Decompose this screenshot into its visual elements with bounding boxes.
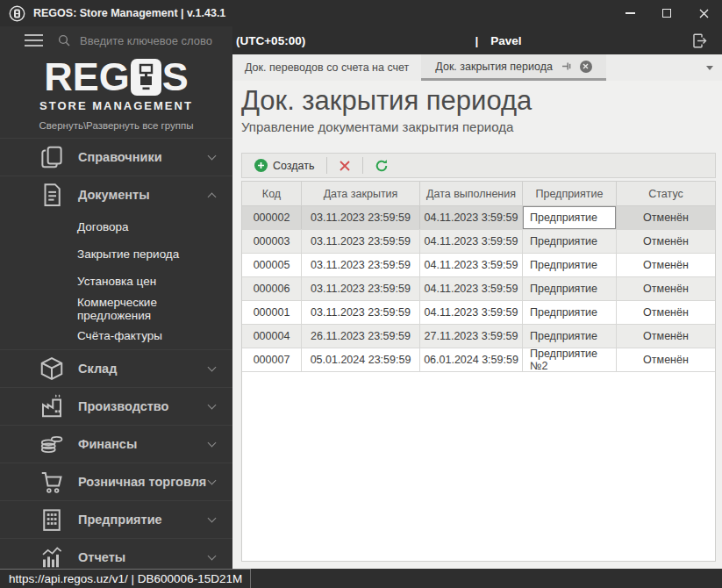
cell-status[interactable]: Отменён — [617, 230, 715, 253]
cell-status[interactable]: Отменён — [617, 277, 715, 300]
chevron-down-icon — [208, 477, 217, 485]
cell-status[interactable]: Отменён — [617, 254, 715, 276]
delete-button[interactable] — [331, 155, 359, 176]
cell-code[interactable]: 000003 — [242, 230, 302, 253]
cell-exec-date[interactable]: 06.01.2024 3:59:59 — [420, 348, 523, 371]
sidebar-item-spravochniki[interactable]: Справочники — [0, 138, 232, 176]
create-button[interactable]: Создать — [247, 155, 323, 176]
sidebar-item-otchety[interactable]: Отчеты — [0, 538, 232, 569]
regos-logo: REG S — [0, 56, 232, 98]
cell-code[interactable]: 000005 — [242, 254, 302, 276]
refresh-button[interactable] — [367, 155, 397, 176]
tab-list-dropdown[interactable] — [706, 66, 713, 70]
plus-icon — [254, 159, 268, 172]
user-name: Pavel — [490, 34, 521, 47]
cell-close-date[interactable]: 03.11.2023 23:59:59 — [302, 301, 420, 324]
search-icon — [57, 33, 71, 47]
cell-exec-date[interactable]: 27.11.2023 3:59:59 — [420, 325, 523, 348]
cell-exec-date[interactable]: 04.11.2023 3:59:59 — [420, 277, 523, 300]
cell-exec-date[interactable]: 04.11.2023 3:59:59 — [420, 301, 523, 324]
table-row[interactable]: 000001 03.11.2023 23:59:59 04.11.2023 3:… — [242, 301, 715, 325]
sidebar: REG S STORE MANAGEMENT Свернуть\Разверну… — [0, 26, 232, 569]
tab-period-closing[interactable]: Док. закрытия периода — [421, 54, 606, 81]
user-group: | Pavel — [475, 34, 522, 47]
cell-close-date[interactable]: 03.11.2023 23:59:59 — [302, 254, 420, 276]
cell-code[interactable]: 000006 — [242, 277, 302, 300]
window-title: REGOS: Store Management | v.1.43.1 — [33, 7, 225, 19]
sidebar-menu: Справочники Документы Договора Закрытие … — [0, 138, 232, 569]
content-area: (UTC+05:00) | Pavel Док. переводов со сч… — [232, 26, 722, 569]
cell-close-date[interactable]: 03.11.2023 23:59:59 — [302, 206, 420, 229]
column-header-close-date[interactable]: Дата закрытия — [302, 182, 420, 205]
chevron-down-icon — [208, 439, 217, 448]
pin-icon[interactable] — [561, 61, 572, 72]
cell-enterprise[interactable]: Предприятие — [523, 325, 617, 348]
table-body: 000002 03.11.2023 23:59:59 04.11.2023 3:… — [242, 206, 715, 372]
reports-chart-icon — [39, 544, 65, 569]
table-row[interactable]: 000005 03.11.2023 23:59:59 04.11.2023 3:… — [242, 254, 715, 277]
collapse-expand-groups-link[interactable]: Свернуть\Развернуть все группы — [0, 120, 232, 131]
sidebar-item-roznichnaya-torgovlya[interactable]: Розничная торговля — [0, 463, 232, 500]
cell-exec-date[interactable]: 04.11.2023 3:59:59 — [420, 230, 523, 253]
cell-enterprise[interactable]: Предприятие — [523, 254, 617, 276]
table-row[interactable]: 000006 03.11.2023 23:59:59 04.11.2023 3:… — [242, 277, 715, 301]
sidebar-item-ustanovka-cen[interactable]: Установка цен — [0, 268, 232, 295]
page: Док. закрытия периода Управление докумен… — [232, 81, 722, 569]
cell-enterprise[interactable]: Предприятие №2 — [523, 348, 617, 371]
table-row[interactable]: 000003 03.11.2023 23:59:59 04.11.2023 3:… — [242, 230, 715, 254]
cell-enterprise[interactable]: Предприятие — [523, 230, 617, 253]
cell-close-date[interactable]: 03.11.2023 23:59:59 — [302, 277, 420, 300]
search-input[interactable] — [80, 34, 225, 47]
logout-button[interactable] — [691, 32, 708, 49]
close-button[interactable] — [685, 0, 722, 26]
cell-code[interactable]: 000002 — [242, 206, 302, 229]
topbar: (UTC+05:00) | Pavel — [232, 26, 722, 54]
tab-close-button[interactable] — [580, 61, 592, 73]
cell-code[interactable]: 000004 — [242, 325, 302, 348]
sidebar-item-dogovora[interactable]: Договора — [0, 213, 232, 240]
catalogs-icon — [39, 144, 65, 170]
close-icon — [699, 9, 709, 18]
cell-close-date[interactable]: 26.11.2023 23:59:59 — [302, 325, 420, 348]
user-separator: | — [475, 34, 479, 47]
table-row[interactable]: 000002 03.11.2023 23:59:59 04.11.2023 3:… — [242, 206, 715, 230]
cell-enterprise[interactable]: Предприятие — [523, 277, 617, 300]
sidebar-item-dokumenty[interactable]: Документы — [0, 176, 232, 213]
cell-close-date[interactable]: 03.11.2023 23:59:59 — [302, 230, 420, 253]
cell-code[interactable]: 000001 — [242, 301, 302, 324]
column-header-code[interactable]: Код — [242, 182, 302, 205]
sidebar-item-proizvodstvo[interactable]: Производство — [0, 387, 232, 425]
building-icon — [39, 506, 65, 533]
tab-transfers[interactable]: Док. переводов со счета на счет — [232, 54, 421, 81]
minimize-button[interactable] — [611, 0, 648, 26]
cell-close-date[interactable]: 05.01.2024 23:59:59 — [302, 348, 420, 371]
cell-status[interactable]: Отменён — [617, 301, 715, 324]
cell-status[interactable]: Отменён — [617, 348, 715, 371]
cell-enterprise[interactable]: Предприятие — [523, 301, 617, 324]
cell-enterprise[interactable]: Предприятие — [523, 206, 617, 229]
cell-exec-date[interactable]: 04.11.2023 3:59:59 — [420, 206, 523, 229]
cell-status[interactable]: Отменён — [617, 325, 715, 348]
chevron-down-icon — [208, 401, 217, 410]
table-row[interactable]: 000007 05.01.2024 23:59:59 06.01.2024 3:… — [242, 348, 715, 372]
column-header-enterprise[interactable]: Предприятие — [523, 182, 617, 205]
timezone-label: (UTC+05:00) — [236, 34, 305, 47]
sidebar-item-sklad[interactable]: Склад — [0, 349, 232, 387]
sidebar-item-scheta-faktury[interactable]: Счёта-фактуры — [0, 322, 232, 349]
shopping-cart-icon — [39, 469, 65, 495]
table-row[interactable]: 000004 26.11.2023 23:59:59 27.11.2023 3:… — [242, 325, 715, 348]
sidebar-item-zakrytie-perioda[interactable]: Закрытие периода — [0, 240, 232, 268]
cell-status[interactable]: Отменён — [617, 206, 715, 229]
sidebar-item-kommercheskie-predlozheniya[interactable]: Коммерческие предложения — [0, 295, 232, 322]
logo-text-left: REG — [44, 56, 130, 98]
sidebar-item-predpriyatie[interactable]: Предприятие — [0, 500, 232, 538]
maximize-button[interactable] — [648, 0, 685, 26]
cell-code[interactable]: 000007 — [242, 348, 302, 371]
sidebar-item-finansy[interactable]: Финансы — [0, 425, 232, 463]
statusbar: https://api.regos.uz/v1/ | DB600006-15D2… — [0, 569, 722, 588]
column-header-status[interactable]: Статус — [617, 182, 715, 205]
chevron-down-icon — [208, 363, 217, 372]
column-header-exec-date[interactable]: Дата выполнения — [420, 182, 523, 205]
menu-toggle-icon[interactable] — [25, 34, 43, 47]
cell-exec-date[interactable]: 04.11.2023 3:59:59 — [420, 254, 523, 276]
